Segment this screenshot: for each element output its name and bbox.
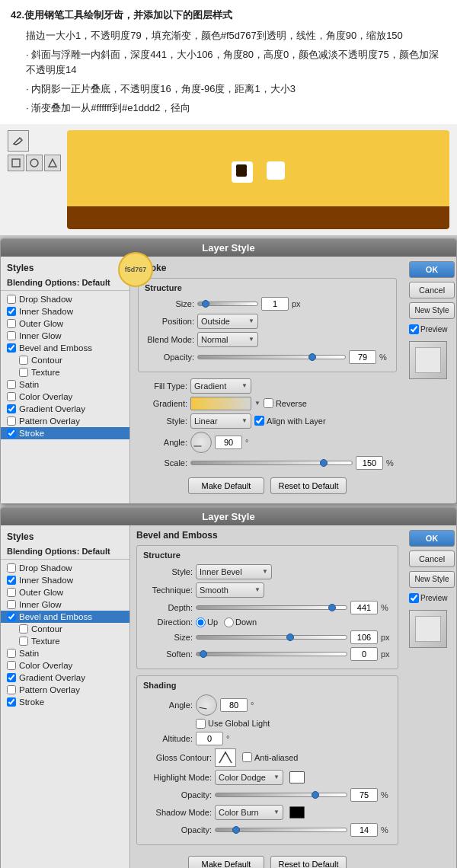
cb-stroke-1[interactable] [7,429,16,438]
opacity-thumb[interactable] [308,353,316,361]
style-outer-glow-2[interactable]: Outer Glow [1,586,129,598]
cb-stroke-2[interactable] [7,697,16,707]
cb-satin-1[interactable] [7,380,16,389]
style-pattern-overlay-1[interactable]: Pattern Overlay [1,415,129,427]
cb-color-overlay-2[interactable] [7,661,16,670]
cb-gradient-overlay-1[interactable] [7,404,16,413]
shadow-color-swatch[interactable] [289,806,305,819]
angle-input[interactable] [215,436,242,449]
style-drop-shadow-2[interactable]: Drop Shadow [1,562,129,574]
blend-mode-dropdown[interactable]: Normal ▼ [197,332,258,347]
gloss-contour-preview[interactable] [215,748,236,767]
style-color-overlay-2[interactable]: Color Overlay [1,659,129,672]
style-contour-1[interactable]: Contour [1,354,129,366]
reset-default-button-2[interactable]: Reset to Default [270,856,347,868]
radio-down[interactable] [224,617,234,627]
ok-button-2[interactable]: OK [409,530,455,547]
style-inner-glow-1[interactable]: Inner Glow [1,330,129,342]
style-outer-glow-1[interactable]: Outer Glow [1,318,129,330]
style-contour-2[interactable]: Contour [1,623,129,635]
global-light-checkbox[interactable] [196,719,206,729]
style-texture-1[interactable]: Texture [1,366,129,378]
depth-thumb[interactable] [328,604,336,611]
shadow-opacity-thumb[interactable] [232,826,240,834]
bevel-size-thumb[interactable] [286,633,294,641]
style-dropdown[interactable]: Linear ▼ [190,413,251,429]
style-satin-2[interactable]: Satin [1,647,129,659]
bevel-size-input[interactable] [350,630,378,644]
cb-drop-shadow-1[interactable] [7,295,16,304]
new-style-button-2[interactable]: New Style [409,571,455,588]
position-dropdown[interactable]: Outside ▼ [197,314,258,329]
cb-texture-1[interactable] [19,368,28,377]
cb-contour-2[interactable] [19,624,28,633]
cb-drop-shadow-2[interactable] [7,563,16,573]
cb-pattern-overlay-1[interactable] [7,416,16,426]
reset-default-button-1[interactable]: Reset to Default [270,477,347,494]
anti-aliased-checkbox[interactable] [242,752,252,762]
style-gradient-overlay-1[interactable]: Gradient Overlay [1,403,129,415]
reverse-checkbox[interactable] [264,398,273,408]
style-texture-2[interactable]: Texture [1,635,129,647]
shadow-mode-dropdown[interactable]: Color Burn ▼ [215,805,283,820]
cb-outer-glow-1[interactable] [7,319,16,328]
align-label[interactable]: Align with Layer [254,416,326,426]
tool-icon-1[interactable] [8,155,24,171]
size-thumb[interactable] [202,300,209,308]
shading-angle-wheel[interactable] [196,694,217,716]
pen-tool-icon[interactable] [8,130,29,152]
highlight-opacity-thumb[interactable] [312,791,319,799]
bevel-style-dropdown[interactable]: Inner Bevel ▼ [196,564,272,579]
shadow-opacity-slider[interactable] [215,828,347,832]
highlight-opacity-input[interactable] [350,788,378,802]
shading-angle-input[interactable] [220,698,248,712]
gradient-preview[interactable] [190,397,251,410]
angle-wheel[interactable] [190,432,212,453]
tool-icon-2[interactable] [26,155,43,171]
new-style-button-1[interactable]: New Style [409,302,455,319]
style-drop-shadow-1[interactable]: Drop Shadow [1,293,129,305]
align-checkbox[interactable] [254,416,264,426]
cb-bevel-emboss-1[interactable] [7,343,16,353]
style-gradient-overlay-2[interactable]: Gradient Overlay [1,672,129,684]
gradient-arrow[interactable]: ▼ [254,400,260,407]
anti-aliased-label[interactable]: Anti-aliased [242,752,298,762]
highlight-opacity-slider[interactable] [215,793,347,797]
preview-checkbox-2[interactable] [409,593,419,603]
opacity-slider[interactable] [197,355,346,359]
fill-type-dropdown[interactable]: Gradient ▼ [190,378,251,394]
cancel-button-1[interactable]: Cancel [409,282,455,298]
make-default-button-2[interactable]: Make Default [188,856,264,868]
cb-satin-2[interactable] [7,649,16,658]
cb-color-overlay-1[interactable] [7,392,16,401]
soften-thumb[interactable] [200,650,207,658]
ok-button-1[interactable]: OK [409,261,455,278]
soften-input[interactable] [350,647,378,661]
cb-pattern-overlay-2[interactable] [7,685,16,694]
style-color-overlay-1[interactable]: Color Overlay [1,391,129,403]
style-bevel-emboss-1[interactable]: Bevel and Emboss [1,342,129,354]
highlight-color-swatch[interactable] [289,771,305,783]
radio-up[interactable] [196,617,206,627]
altitude-input[interactable] [196,732,223,745]
cancel-button-2[interactable]: Cancel [409,550,455,567]
style-stroke-2[interactable]: Stroke [1,696,129,708]
cb-bevel-emboss-2[interactable] [7,612,16,621]
cb-contour-1[interactable] [19,356,28,365]
style-satin-1[interactable]: Satin [1,378,129,391]
scale-thumb[interactable] [320,459,328,467]
style-stroke-1[interactable]: Stroke [1,427,129,439]
direction-down[interactable]: Down [224,617,257,627]
technique-dropdown[interactable]: Smooth ▼ [196,582,264,598]
opacity-input[interactable] [349,350,376,364]
direction-up[interactable]: Up [196,617,218,627]
highlight-mode-dropdown[interactable]: Color Dodge ▼ [215,770,283,785]
make-default-button-1[interactable]: Make Default [188,477,264,494]
cb-outer-glow-2[interactable] [7,588,16,597]
tool-icon-3[interactable] [44,155,61,171]
cb-gradient-overlay-2[interactable] [7,673,16,682]
bevel-size-slider[interactable] [196,635,347,640]
style-bevel-emboss-2[interactable]: Bevel and Emboss [1,611,129,623]
size-slider[interactable] [197,302,258,306]
soften-slider[interactable] [196,652,347,656]
